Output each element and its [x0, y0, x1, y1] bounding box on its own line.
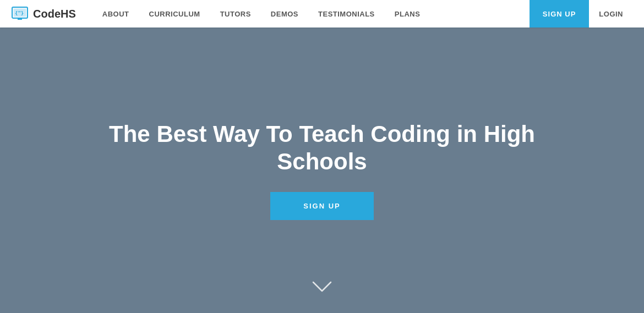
nav-item-demos[interactable]: DEMOS: [261, 0, 308, 28]
nav-item-about[interactable]: ABOUT: [92, 0, 139, 28]
brand-logo[interactable]: {"} CodeHS: [11, 5, 76, 23]
navbar-login-button[interactable]: LOGIN: [589, 0, 633, 28]
scroll-down-chevron[interactable]: [312, 280, 332, 296]
navbar: {"} CodeHS ABOUT CURRICULUM TUTORS DEMOS…: [0, 0, 644, 28]
hero-title: The Best Way To Teach Coding in High Sch…: [102, 120, 542, 176]
chevron-down-icon: [312, 280, 332, 293]
nav-item-curriculum[interactable]: CURRICULUM: [139, 0, 210, 28]
svg-text:{"}: {"}: [15, 10, 24, 16]
hero-section: The Best Way To Teach Coding in High Sch…: [0, 28, 644, 313]
hero-signup-button[interactable]: SIGN UP: [270, 192, 373, 220]
brand-name: CodeHS: [33, 8, 76, 20]
nav-item-tutors[interactable]: TUTORS: [210, 0, 261, 28]
navbar-signup-button[interactable]: SIGN UP: [530, 0, 589, 28]
nav-item-plans[interactable]: PLANS: [385, 0, 430, 28]
navbar-actions: SIGN UP LOGIN: [530, 0, 633, 28]
codehs-logo-icon: {"}: [11, 5, 29, 23]
nav-item-testimonials[interactable]: TESTIMONIALS: [308, 0, 385, 28]
nav-links: ABOUT CURRICULUM TUTORS DEMOS TESTIMONIA…: [92, 0, 530, 28]
